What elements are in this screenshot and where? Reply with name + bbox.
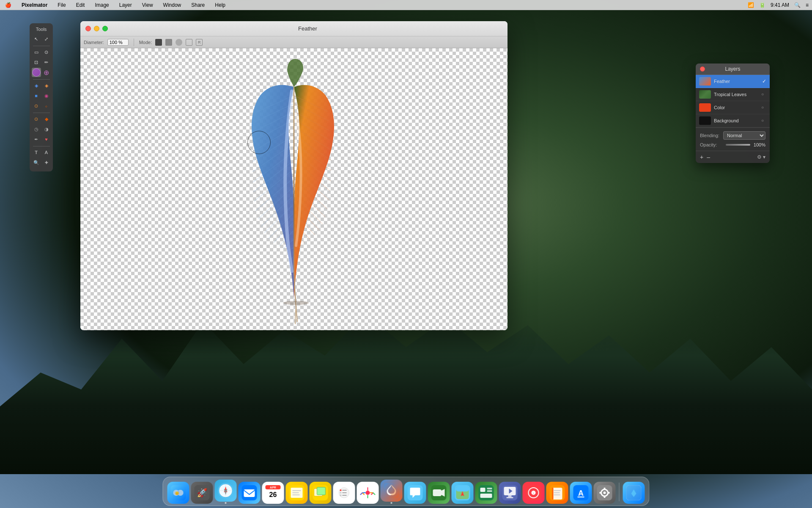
layer-menu[interactable]: Layer — [118, 2, 134, 8]
dock-item-messages[interactable] — [404, 482, 426, 504]
dock-item-calendar[interactable]: APR 26 — [262, 482, 284, 504]
mode-button-1[interactable] — [155, 39, 162, 46]
svg-point-74 — [340, 492, 342, 494]
mode-button-5[interactable]: R — [196, 39, 203, 46]
dock-icon-facetime — [428, 482, 450, 504]
heal-tool[interactable]: ⊕ — [42, 68, 51, 77]
svg-point-76 — [340, 494, 342, 496]
window-maximize-button[interactable] — [102, 26, 108, 31]
zoom-tool[interactable]: 🔍 — [32, 158, 41, 167]
text-tool[interactable]: T — [32, 148, 41, 157]
burn-tool[interactable]: ◑ — [42, 124, 51, 134]
dock-icon-finder: 😊 — [167, 482, 189, 504]
opacity-label: Opacity: — [700, 142, 723, 147]
dock-item-mail[interactable] — [239, 482, 261, 504]
apple-menu[interactable]: 🍎 — [3, 2, 13, 8]
pen-tool[interactable]: ✒ — [32, 135, 41, 144]
dock-item-itunes[interactable]: ♪ — [523, 482, 545, 504]
dock-item-pixelmator[interactable] — [381, 480, 403, 504]
dock-icon-messages — [404, 482, 426, 504]
help-menu[interactable]: Help — [213, 2, 227, 8]
dock-item-maps[interactable] — [452, 482, 474, 504]
window-minimize-button[interactable] — [94, 26, 99, 31]
window-menu[interactable]: Window — [162, 2, 183, 8]
layer-visibility-color[interactable]: ○ — [761, 105, 766, 110]
dock-item-safari[interactable] — [215, 480, 237, 504]
window-titlebar: Feather — [80, 21, 508, 36]
file-menu[interactable]: File — [56, 2, 67, 8]
dock-item-reminders[interactable] — [333, 482, 355, 504]
svg-rect-65 — [293, 492, 299, 493]
dock-item-launchpad[interactable]: 🚀 — [191, 482, 213, 504]
dock-item-finder[interactable]: 😊 — [167, 482, 189, 504]
brush-tool[interactable] — [32, 68, 41, 77]
opacity-slider[interactable] — [726, 144, 750, 146]
layers-panel-close-button[interactable] — [700, 66, 705, 72]
mode-button-4[interactable] — [186, 39, 192, 46]
layer-item-feather[interactable]: Feather ✓ — [696, 75, 770, 88]
dock-item-ibooks[interactable] — [546, 482, 568, 504]
add-layer-button[interactable]: + — [700, 154, 703, 160]
dock-item-notes[interactable] — [286, 482, 308, 504]
dock-item-stickies[interactable] — [310, 482, 332, 504]
app-name-menu[interactable]: Pixelmator — [20, 2, 49, 8]
image-menu[interactable]: Image — [93, 2, 110, 8]
layer-item-tropical[interactable]: Tropical Leaves ○ — [696, 88, 770, 101]
dodge-tool[interactable]: ◷ — [32, 124, 41, 134]
svg-rect-100 — [487, 490, 492, 492]
clone-tool[interactable]: ⊙ — [32, 114, 41, 124]
lasso-tool[interactable]: ⊙ — [42, 47, 51, 57]
type2-tool[interactable]: A — [42, 148, 51, 157]
gradient-tool[interactable]: ⊙ — [32, 101, 41, 110]
layer-options-button[interactable]: ⚙ ▾ — [757, 154, 765, 160]
dock-icon-keynote — [499, 482, 521, 504]
layer-item-background[interactable]: Background ○ — [696, 114, 770, 127]
cursor-tool[interactable]: ↖ — [32, 34, 41, 44]
layer-visibility-feather[interactable]: ✓ — [762, 78, 766, 84]
rectangle-select-tool[interactable]: ▭ — [32, 47, 41, 57]
dock-item-keynote[interactable] — [499, 482, 521, 504]
window-close-button[interactable] — [85, 26, 91, 31]
retouch-tool[interactable]: ◆ — [42, 114, 51, 124]
share-menu[interactable]: Share — [189, 2, 206, 8]
erase-tool[interactable]: ✏ — [42, 58, 51, 67]
svg-text:🚀: 🚀 — [197, 488, 207, 498]
layer-visibility-tropical[interactable]: ○ — [761, 92, 766, 97]
svg-rect-115 — [554, 492, 560, 493]
dock-item-downloads[interactable] — [623, 482, 645, 504]
dock-item-sysprefs[interactable] — [594, 482, 616, 504]
dock-item-appstore[interactable]: A — [570, 482, 592, 504]
tools-panel: Tools ↖ ⤢ ▭ ⊙ ⊡ ✏ ⊕ ◈ ◈ ■ ◉ ⊙ ⬦ ⊙ ◆ ◷ ◑ — [30, 23, 53, 171]
layer-visibility-background[interactable]: ○ — [761, 118, 766, 123]
dock-item-facetime[interactable] — [428, 482, 450, 504]
layer-item-color[interactable]: Color ○ — [696, 101, 770, 114]
mode-button-2[interactable] — [165, 39, 172, 46]
control-icon[interactable]: ≡ — [806, 2, 809, 8]
transform-tool[interactable]: ⤢ — [42, 34, 51, 44]
svg-rect-105 — [507, 497, 513, 498]
mode-button-3[interactable] — [176, 39, 182, 46]
svg-rect-125 — [600, 492, 601, 494]
svg-text:♪: ♪ — [533, 491, 535, 494]
distort-tool[interactable]: ◈ — [32, 81, 41, 90]
eyedropper-tool[interactable]: ✦ — [42, 158, 51, 167]
remove-layer-button[interactable]: – — [707, 154, 710, 160]
sharpen-tool[interactable]: ◈ — [42, 81, 51, 90]
color-picker-tool[interactable]: ◉ — [42, 91, 51, 100]
dock-item-numbers[interactable] — [475, 482, 497, 504]
svg-rect-69 — [317, 487, 326, 495]
layers-footer: + – ⚙ ▾ — [696, 151, 770, 163]
paint-bucket-tool[interactable]: ⬦ — [42, 101, 51, 110]
dock-item-photos[interactable] — [357, 482, 379, 504]
crop-tool[interactable]: ⊡ — [32, 58, 41, 67]
canvas-area[interactable] — [80, 48, 508, 330]
view-menu[interactable]: View — [140, 2, 155, 8]
search-icon[interactable]: 🔍 — [794, 2, 801, 8]
edit-menu[interactable]: Edit — [74, 2, 87, 8]
diameter-input[interactable] — [107, 39, 129, 46]
svg-rect-116 — [554, 494, 560, 495]
svg-text:A: A — [578, 489, 584, 497]
rectangle-shape-tool[interactable]: ■ — [32, 91, 41, 100]
heart-tool[interactable]: ♥ — [42, 135, 51, 144]
blending-select[interactable]: Normal Multiply Screen Overlay Soft Ligh… — [723, 131, 765, 140]
